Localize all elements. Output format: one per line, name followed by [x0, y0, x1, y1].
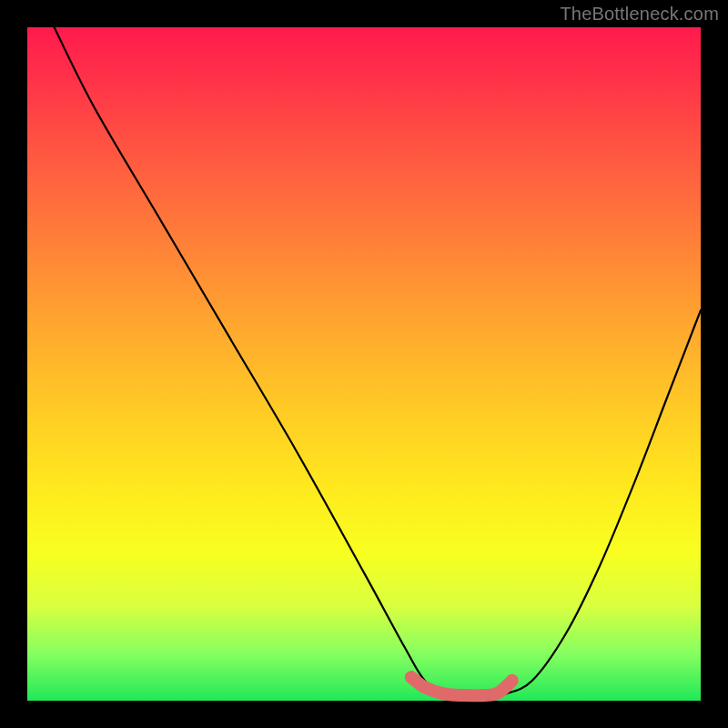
- watermark-text: TheBottleneck.com: [560, 4, 719, 25]
- bottleneck-curve: [55, 27, 701, 698]
- plot-area: [27, 27, 701, 701]
- chart-frame: TheBottleneck.com: [0, 0, 728, 728]
- highlight-segment: [411, 677, 512, 695]
- curve-svg: [27, 27, 701, 701]
